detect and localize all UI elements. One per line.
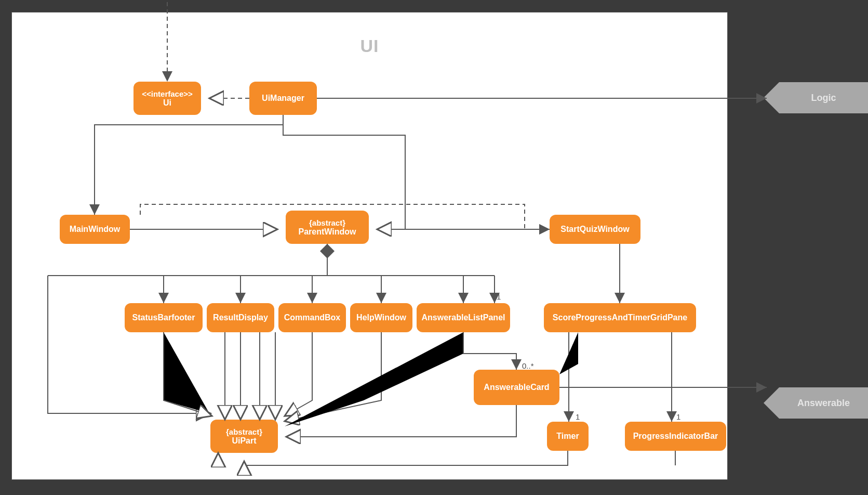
label-uimanager: UiManager bbox=[262, 94, 304, 103]
label-ui: Ui bbox=[163, 98, 171, 108]
node-startquizwindow: StartQuizWindow bbox=[550, 215, 640, 244]
node-scoreprogress: ScoreProgressAndTimerGridPane bbox=[544, 303, 696, 332]
node-resultdisplay: ResultDisplay bbox=[207, 303, 274, 332]
label-progressbar: ProgressIndicatorBar bbox=[633, 432, 718, 441]
stereo-ui: <<interface>> bbox=[142, 89, 193, 98]
node-progressbar: ProgressIndicatorBar bbox=[625, 422, 726, 451]
frame-title: UI bbox=[360, 36, 379, 56]
mult-pb: 1 bbox=[676, 412, 680, 421]
label-answerablelistpanel: AnswerableListPanel bbox=[422, 313, 505, 322]
node-ui: <<interface>> Ui bbox=[133, 82, 201, 115]
node-timer: Timer bbox=[547, 422, 589, 451]
stereo-uipart: {abstract} bbox=[226, 427, 262, 436]
node-uimanager: UiManager bbox=[249, 82, 317, 115]
node-statusbarfooter: StatusBarfooter bbox=[125, 303, 203, 332]
label-mainwindow: MainWindow bbox=[70, 225, 121, 234]
label-startquizwindow: StartQuizWindow bbox=[560, 225, 629, 234]
external-answerable-label: Answerable bbox=[797, 398, 850, 409]
label-timer: Timer bbox=[556, 432, 579, 441]
node-answerablelistpanel: AnswerableListPanel bbox=[417, 303, 510, 332]
external-logic-label: Logic bbox=[811, 93, 836, 103]
node-mainwindow: MainWindow bbox=[60, 215, 130, 244]
node-uipart: {abstract} UiPart bbox=[210, 420, 278, 453]
node-parentwindow: {abstract} ParentWindow bbox=[286, 211, 369, 244]
uml-frame: UI bbox=[11, 12, 728, 480]
mult-ac: 0..* bbox=[522, 361, 534, 370]
label-scoreprogress: ScoreProgressAndTimerGridPane bbox=[553, 313, 687, 322]
node-commandbox: CommandBox bbox=[278, 303, 346, 332]
stereo-parentwindow: {abstract} bbox=[309, 218, 345, 227]
label-parentwindow: ParentWindow bbox=[299, 227, 356, 237]
label-helpwindow: HelpWindow bbox=[356, 313, 406, 322]
label-commandbox: CommandBox bbox=[284, 313, 340, 322]
mult-timer: 1 bbox=[576, 412, 580, 421]
label-statusbarfooter: StatusBarfooter bbox=[132, 313, 195, 322]
label-answerablecard: AnswerableCard bbox=[484, 383, 549, 392]
node-answerablecard: AnswerableCard bbox=[474, 370, 559, 405]
label-uipart: UiPart bbox=[232, 436, 256, 446]
mult-alp: 1 bbox=[497, 292, 501, 301]
external-answerable-box: Answerable bbox=[779, 387, 868, 419]
node-helpwindow: HelpWindow bbox=[350, 303, 412, 332]
external-logic-box: Logic bbox=[779, 82, 868, 113]
label-resultdisplay: ResultDisplay bbox=[213, 313, 268, 322]
